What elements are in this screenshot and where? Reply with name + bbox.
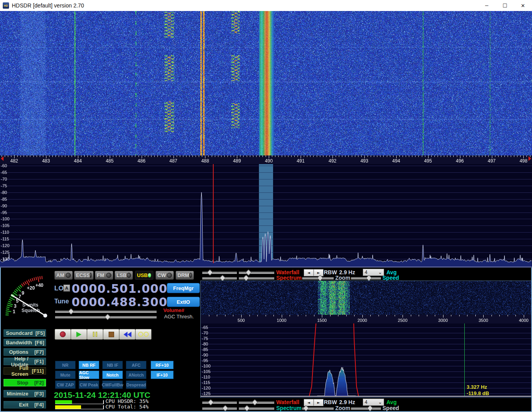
button-label: Bandwidth bbox=[6, 340, 32, 345]
lower-spectrum-range-slider[interactable] bbox=[202, 406, 237, 410]
mode-label: ECSS bbox=[76, 272, 90, 278]
cpu-hdsdr-fill bbox=[55, 400, 72, 404]
rbw-decrease-button[interactable]: ◄ bbox=[304, 399, 314, 406]
spectrum-offset-slider[interactable] bbox=[239, 275, 274, 280]
dsp-button-cw-zap[interactable]: CW ZAP bbox=[55, 381, 76, 389]
af-waterfall[interactable] bbox=[201, 281, 532, 315]
dsp-button-nb-rf[interactable]: NB RF bbox=[79, 361, 99, 369]
volume-slider[interactable] bbox=[55, 309, 157, 314]
main-waterfall[interactable] bbox=[0, 11, 532, 155]
waterfall-contrast-slider[interactable] bbox=[239, 270, 274, 275]
sidebar-button-soundcard[interactable]: Soundcard [F5] bbox=[3, 329, 46, 337]
mode-button-lsb[interactable]: LSB bbox=[115, 271, 133, 280]
button-key: [F2] bbox=[31, 380, 44, 386]
slider-thumb[interactable] bbox=[105, 314, 111, 320]
sidebar-button-stop[interactable]: Stop [F2] bbox=[3, 379, 46, 387]
sidebar-button-fullscreen[interactable]: Full Screen [F11] bbox=[3, 367, 46, 375]
main-frequency-scale[interactable] bbox=[0, 155, 532, 164]
dsp-button-agc-slow[interactable]: AGC Slow bbox=[79, 371, 99, 379]
mode-button-cw[interactable]: CW bbox=[155, 271, 174, 280]
agc-threshold-slider[interactable] bbox=[55, 314, 157, 319]
dsp-button-nb-if[interactable]: NB IF bbox=[102, 361, 123, 369]
dsp-button-despread[interactable]: Despread bbox=[126, 381, 146, 389]
dsp-button-nr[interactable]: NR bbox=[55, 361, 76, 369]
sidebar-button-minimize[interactable]: Minimize [F3] bbox=[3, 390, 46, 398]
mode-button-drm[interactable]: DRM bbox=[175, 271, 194, 280]
speed-label: Speed bbox=[382, 275, 399, 281]
mode-button-usb[interactable]: USB bbox=[135, 271, 153, 280]
mode-led bbox=[106, 273, 111, 278]
mode-label: AM bbox=[56, 272, 64, 278]
freqmgr-button[interactable]: FreqMgr bbox=[167, 283, 200, 293]
dsp-button-mute[interactable]: Mute bbox=[55, 371, 76, 379]
dsp-button-rf-plus10[interactable]: RF+10 bbox=[151, 361, 174, 369]
tune-frequency-display[interactable]: 0000.488.300 bbox=[72, 295, 168, 309]
play-button[interactable] bbox=[71, 329, 87, 340]
dsp-button-if-plus10[interactable]: IF+10 bbox=[151, 371, 174, 379]
lower-waterfall-contrast-slider[interactable] bbox=[239, 400, 274, 405]
avg-select[interactable]: 4 ⌄ bbox=[363, 269, 384, 276]
af-frequency-scale[interactable] bbox=[201, 315, 532, 323]
minimize-window-button[interactable]: ─ bbox=[478, 0, 496, 11]
mode-button-ecss[interactable]: ECSS bbox=[74, 271, 94, 280]
record-button[interactable] bbox=[55, 329, 71, 340]
hdsdr-window: HD HDSDR [default] version 2.70 ─ ☐ ✕ So… bbox=[0, 0, 532, 412]
button-label: Options bbox=[6, 349, 28, 355]
loop-icon bbox=[138, 332, 143, 337]
rewind-button[interactable] bbox=[119, 329, 135, 340]
spectrum-label: Spectrum bbox=[276, 275, 302, 281]
close-window-button[interactable]: ✕ bbox=[514, 0, 532, 11]
mode-label: FM bbox=[97, 272, 104, 278]
lower-spectrum-label: Spectrum bbox=[276, 405, 302, 411]
button-key: [F11] bbox=[31, 368, 44, 374]
dsp-button-cw-peak[interactable]: CW Peak bbox=[79, 381, 99, 389]
lower-waterfall-label: Waterfall bbox=[276, 399, 299, 405]
lower-speed-slider[interactable] bbox=[351, 406, 381, 410]
maximize-window-button[interactable]: ☐ bbox=[496, 0, 514, 11]
spectrum-range-slider[interactable] bbox=[202, 275, 237, 280]
zoom-slider[interactable] bbox=[302, 275, 334, 280]
chevron-down-icon: ⌄ bbox=[378, 399, 382, 405]
mode-led bbox=[148, 273, 151, 278]
lower-rbw-spinner[interactable]: ◄ ► bbox=[304, 399, 323, 406]
sidebar-button-options[interactable]: Options [F7] bbox=[3, 348, 46, 356]
lower-waterfall-brightness-slider[interactable] bbox=[202, 400, 237, 405]
mode-led bbox=[189, 273, 192, 278]
button-label: Stop bbox=[6, 380, 28, 386]
stop-playback-button[interactable] bbox=[103, 329, 119, 340]
lower-zoom-slider[interactable] bbox=[302, 406, 334, 410]
button-key: [F5] bbox=[35, 330, 45, 336]
record-icon bbox=[60, 331, 66, 337]
button-key: [F4] bbox=[31, 402, 44, 408]
lo-a-badge[interactable]: A bbox=[63, 285, 70, 292]
chevron-down-icon: ⌄ bbox=[378, 270, 382, 275]
pause-button[interactable] bbox=[87, 329, 103, 340]
s-meter bbox=[1, 269, 53, 327]
mode-button-am[interactable]: AM bbox=[54, 271, 73, 280]
sidebar-button-exit[interactable]: Exit [F4] bbox=[3, 401, 46, 409]
sidebar-button-help-update[interactable]: Help / Update [F1] bbox=[3, 357, 46, 366]
dsp-button-cwfullbw[interactable]: CWFullBw bbox=[102, 381, 123, 389]
loop-button[interactable] bbox=[135, 329, 151, 340]
lower-spectrum-offset-slider[interactable] bbox=[239, 406, 274, 410]
af-spectrum[interactable] bbox=[201, 323, 532, 397]
dsp-button-notch[interactable]: Notch bbox=[102, 371, 123, 379]
dsp-button-anotch[interactable]: ANotch bbox=[126, 371, 146, 379]
waterfall-brightness-slider[interactable] bbox=[202, 270, 237, 275]
lower-avg-select[interactable]: 4 ⌄ bbox=[363, 399, 384, 406]
extio-button[interactable]: ExtIO bbox=[167, 297, 200, 307]
cpu-hdsdr-bar bbox=[55, 400, 104, 404]
cpu-total-label: CPU Total: 54% bbox=[105, 404, 149, 410]
speed-slider[interactable] bbox=[351, 275, 381, 280]
mode-label: USB bbox=[137, 272, 148, 278]
sidebar-button-bandwidth[interactable]: Bandwidth [F6] bbox=[3, 338, 46, 347]
mode-button-fm[interactable]: FM bbox=[95, 271, 113, 280]
rbw-increase-button[interactable]: ► bbox=[314, 399, 323, 406]
cpu-hdsdr-label: CPU HDSDR: 35% bbox=[105, 398, 149, 404]
lo-frequency-display[interactable]: 0000.501.000 bbox=[72, 282, 168, 296]
main-spectrum[interactable] bbox=[0, 164, 532, 268]
cpu-total-fill bbox=[55, 405, 81, 409]
slider-thumb[interactable] bbox=[68, 309, 74, 315]
button-label: Minimize bbox=[6, 391, 28, 397]
dsp-button-afc[interactable]: AFC bbox=[126, 361, 146, 369]
